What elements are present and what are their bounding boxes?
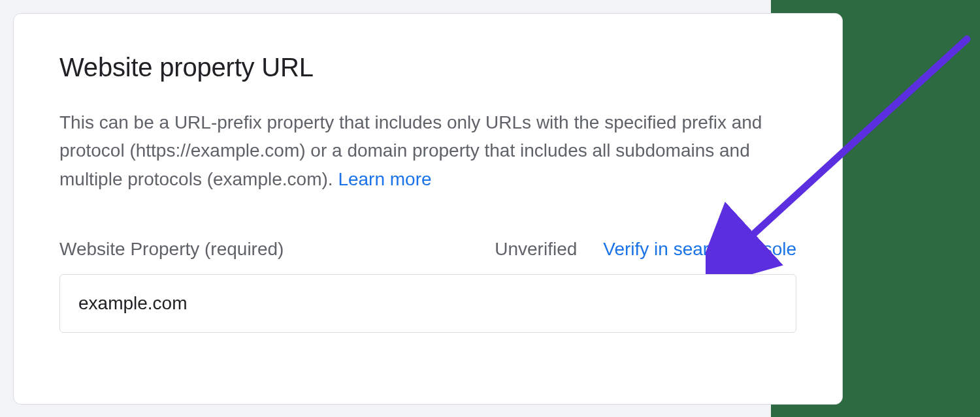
verification-status: Unverified (495, 239, 577, 260)
field-label-row: Website Property (required) Unverified V… (59, 239, 796, 260)
website-property-field: Website Property (required) Unverified V… (59, 239, 796, 333)
learn-more-link[interactable]: Learn more (338, 169, 431, 189)
field-label: Website Property (required) (59, 239, 284, 260)
card-title: Website property URL (59, 53, 796, 82)
card-description: This can be a URL-prefix property that i… (59, 108, 778, 193)
website-property-card: Website property URL This can be a URL-p… (13, 13, 843, 405)
website-property-input[interactable] (59, 274, 796, 333)
verify-in-search-console-link[interactable]: Verify in search console (603, 239, 796, 260)
